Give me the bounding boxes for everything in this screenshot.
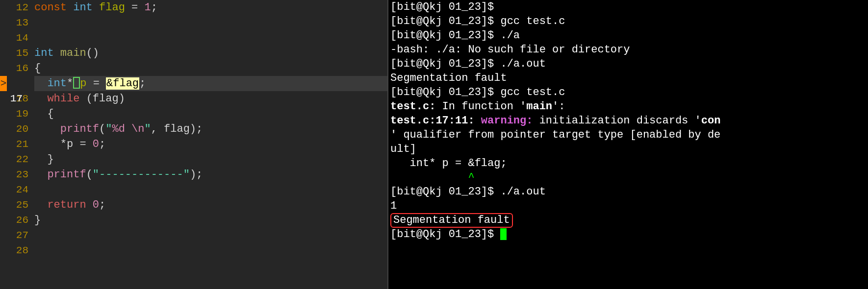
terminal-text: ^ [468,171,474,184]
terminal-line: [bit@Qkj 01_23]$ ./a [390,28,866,43]
code-content[interactable] [34,243,387,258]
code-token [34,93,47,105]
code-token: main [60,47,86,59]
code-token: "-------------" [93,169,190,181]
line-number-gutter: 14 [0,30,34,46]
code-line[interactable]: 28 [0,243,387,258]
code-content[interactable] [34,30,387,46]
code-line[interactable]: > 17 int*p = &flag; [0,76,387,91]
terminal-line: ' qualifier from pointer target type [en… [390,128,866,142]
line-number-gutter: 19 [0,106,34,121]
terminal-text: [bit@Qkj 01_23]$ [390,1,500,13]
code-content[interactable] [34,182,387,197]
code-line[interactable]: 23 printf("-------------"); [0,167,387,182]
terminal-line: [bit@Qkj 01_23]$ ./a.out [390,185,866,199]
terminal-text: con [701,115,721,127]
terminal-line: test.c: In function 'main': [390,99,866,114]
code-token: , flag); [151,123,203,135]
terminal-text: initialization discards ' [533,115,701,127]
code-token: " [105,123,112,135]
terminal-text: [bit@Qkj 01_23]$ [390,86,500,98]
code-token: return [47,199,92,211]
code-token: 1 [144,1,151,14]
line-number-gutter: 16 [0,61,34,76]
code-line[interactable]: 25 return 0; [0,197,387,213]
line-number-gutter: 23 [0,167,34,182]
terminal-line: int* p = &flag; [390,156,866,170]
terminal-text: ./a.out [500,58,545,70]
code-content[interactable]: printf("-------------"); [34,167,387,182]
breakpoint-marker: > [0,76,7,91]
code-line[interactable]: 27 [0,228,387,243]
code-line[interactable]: 16{ [0,61,387,76]
code-line[interactable]: 21 *p = 0; [0,137,387,152]
code-line[interactable]: 14 [0,30,387,46]
code-token: * [67,77,73,90]
code-content[interactable]: printf("%d \n", flag); [34,121,387,137]
line-number-gutter: 15 [0,46,34,61]
code-token: ( [86,169,93,181]
code-token: const [34,1,73,14]
code-editor-pane[interactable]: 12const int flag = 1;131415int main()16{… [0,0,387,289]
text-cursor [73,77,80,89]
code-content[interactable] [34,228,387,243]
code-line[interactable]: 26} [0,213,387,228]
code-token: flag [99,1,131,14]
terminal-line: ult] [390,142,866,156]
terminal-line: [bit@Qkj 01_23]$ ./a.out [390,57,866,71]
terminal-text: In function ' [435,100,526,113]
code-content[interactable] [34,15,387,30]
terminal-line: 1 [390,199,866,213]
code-content[interactable]: { [34,106,387,121]
code-content[interactable]: int*p = &flag; [34,76,387,91]
code-content[interactable]: int main() [34,46,387,61]
code-line[interactable]: 15int main() [0,46,387,61]
code-content[interactable]: } [34,152,387,167]
terminal-text: ult] [390,143,416,155]
code-token: int [73,1,99,14]
code-content[interactable]: } [34,213,387,228]
terminal-text: test.c: [390,100,435,113]
code-line[interactable]: 20 printf("%d \n", flag); [0,121,387,137]
terminal-line: [bit@Qkj 01_23]$ [390,227,866,241]
code-token: ); [190,169,203,181]
terminal-text: gcc test.c [500,15,565,27]
code-content[interactable]: const int flag = 1; [34,0,387,15]
code-token: *p = [34,138,93,150]
code-line[interactable]: 24 [0,182,387,197]
code-line[interactable]: 18 while (flag) [0,91,387,106]
line-number-gutter: 22 [0,152,34,167]
terminal-line: Segmentation fault [390,213,866,227]
code-token: " [144,123,151,135]
terminal-text: Segmentation fault [393,214,510,226]
code-token: &flag [106,77,139,90]
terminal-line: -bash: ./a: No such file or directory [390,43,866,57]
terminal-cursor [500,228,507,240]
code-token: p [80,77,93,90]
terminal-text: [bit@Qkj 01_23]$ [390,15,500,27]
code-token: ; [99,138,105,150]
code-line[interactable]: 13 [0,15,387,30]
line-number-gutter: 25 [0,197,34,213]
terminal-pane[interactable]: [bit@Qkj 01_23]$ [bit@Qkj 01_23]$ gcc te… [387,0,868,289]
code-token: %d \n [112,123,144,135]
code-content[interactable]: return 0; [34,197,387,213]
code-token: } [34,214,41,226]
terminal-text: [bit@Qkj 01_23]$ [390,228,500,241]
code-content[interactable]: *p = 0; [34,137,387,152]
code-line[interactable]: 22 } [0,152,387,167]
code-content[interactable]: while (flag) [34,91,387,106]
line-number-gutter: 27 [0,228,34,243]
code-token: int [47,77,67,90]
code-token: { [34,62,41,74]
terminal-text: test.c:17:11: [390,115,481,127]
code-line[interactable]: 12const int flag = 1; [0,0,387,15]
terminal-text: ': [552,100,565,113]
code-token: int [34,47,60,59]
terminal-text: warning: [481,115,533,127]
code-token [34,123,60,135]
code-content[interactable]: { [34,61,387,76]
code-line[interactable]: 19 { [0,106,387,121]
code-token: { [34,108,54,120]
code-token [34,169,47,181]
